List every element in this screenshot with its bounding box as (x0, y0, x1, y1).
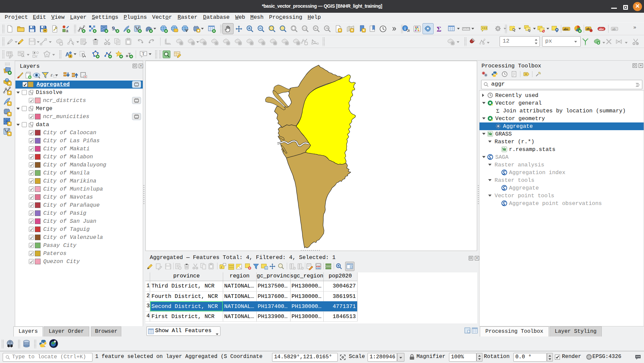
svg-text:Σ: Σ (496, 108, 499, 114)
svg-text:abc: abc (599, 28, 604, 31)
svg-text:ab: ab (612, 28, 616, 31)
svg-text:ε: ε (36, 53, 38, 58)
svg-text:ε: ε (221, 265, 222, 269)
svg-text:9,: 9, (112, 25, 116, 32)
svg-text:Σ: Σ (437, 25, 441, 33)
svg-text:ε: ε (51, 72, 53, 77)
svg-text:1:1: 1:1 (303, 27, 307, 30)
svg-text:ab: ab (586, 27, 590, 31)
svg-text:T: T (142, 51, 145, 56)
svg-text:a: a (66, 29, 68, 33)
svg-text:abc: abc (564, 28, 569, 31)
